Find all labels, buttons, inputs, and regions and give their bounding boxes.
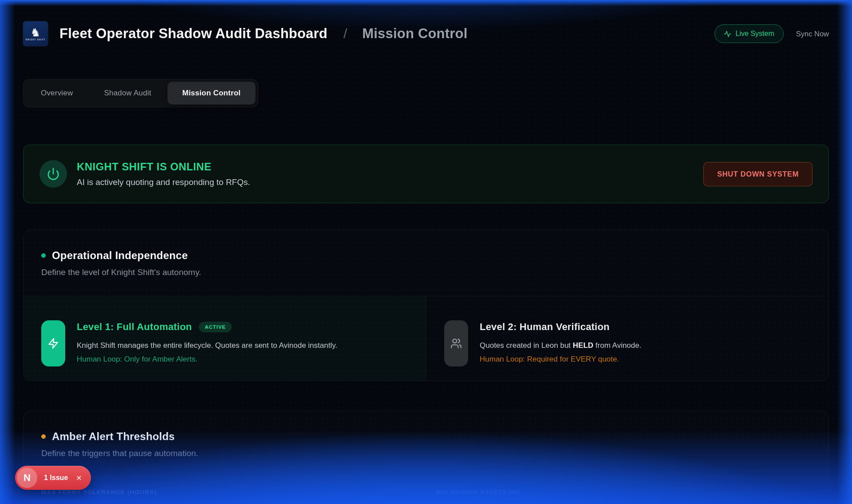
zap-icon — [41, 320, 65, 366]
green-status-dot — [41, 253, 46, 258]
users-icon — [444, 320, 468, 366]
option-description: Knight Shift manages the entire lifecycl… — [77, 341, 337, 350]
option-title: Level 1: Full Automation — [77, 321, 192, 333]
n-logo-icon: N — [17, 468, 37, 488]
live-system-badge[interactable]: Live System — [714, 24, 784, 43]
section-subtitle: Define the level of Knight Shift's auton… — [41, 268, 811, 277]
status-subtitle: AI is actively quoting and responding to… — [77, 177, 250, 187]
amber-status-dot — [41, 434, 46, 439]
header-actions: Live System Sync Now — [714, 24, 829, 43]
section-subtitle: Define the triggers that pause automatio… — [41, 449, 811, 458]
section-amber-alert-thresholds: Amber Alert Thresholds Define the trigge… — [23, 410, 829, 504]
page-title: Mission Control — [362, 26, 467, 42]
header: ♞ KNIGHT SHIFT Fleet Operator Shadow Aud… — [23, 0, 829, 46]
option-level-2-human-verification[interactable]: Level 2: Human Verification Quotes creat… — [426, 296, 828, 381]
issue-count-label: 1 Issue — [44, 474, 68, 482]
tab-shadow-audit[interactable]: Shadow Audit — [89, 82, 166, 104]
live-system-label: Live System — [736, 30, 774, 38]
breadcrumb-separator: / — [343, 26, 347, 41]
sync-now-button[interactable]: Sync Now — [796, 30, 829, 38]
power-icon — [39, 160, 67, 188]
system-status-banner: KNIGHT SHIFT IS ONLINE AI is actively qu… — [23, 145, 829, 203]
page-content: ♞ KNIGHT SHIFT Fleet Operator Shadow Aud… — [0, 0, 852, 504]
option-level-1-full-automation[interactable]: Level 1: Full Automation ACTIVE Knight S… — [24, 296, 426, 381]
knight-icon: ♞ — [30, 27, 40, 38]
breadcrumb: Fleet Operator Shadow Audit Dashboard / … — [59, 26, 468, 42]
human-loop-note: Human Loop: Required for EVERY quote. — [480, 355, 641, 364]
status-title: KNIGHT SHIFT IS ONLINE — [77, 161, 250, 173]
threshold-fields: MAX FERRY TOLERANCE (HOURS) MIN MARGIN S… — [24, 477, 828, 504]
active-badge: ACTIVE — [199, 322, 232, 332]
section-operational-independence: Operational Independence Define the leve… — [23, 229, 829, 381]
section-title: Operational Independence — [52, 249, 188, 262]
logo-caption: KNIGHT SHIFT — [26, 39, 46, 41]
section-title: Amber Alert Thresholds — [52, 430, 175, 443]
app-title: Fleet Operator Shadow Audit Dashboard — [59, 26, 327, 42]
knight-shift-logo: ♞ KNIGHT SHIFT — [23, 21, 48, 46]
section-header: Operational Independence Define the leve… — [24, 230, 828, 296]
field-label-min-margin-safety: MIN MARGIN SAFETY (%) — [426, 489, 811, 496]
close-icon[interactable]: ✕ — [76, 474, 82, 482]
shut-down-system-button[interactable]: SHUT DOWN SYSTEM — [703, 162, 813, 186]
status-texts: KNIGHT SHIFT IS ONLINE AI is actively qu… — [77, 161, 250, 187]
option-title: Level 2: Human Verification — [480, 321, 610, 333]
human-loop-note: Human Loop: Only for Amber Alerts. — [77, 355, 337, 364]
activity-pulse-icon — [724, 30, 731, 38]
tab-mission-control[interactable]: Mission Control — [168, 82, 255, 104]
tab-bar: Overview Shadow Audit Mission Control — [23, 79, 258, 107]
dev-issue-badge[interactable]: N 1 Issue ✕ — [15, 466, 91, 490]
automation-level-options: Level 1: Full Automation ACTIVE Knight S… — [24, 296, 828, 381]
section-header: Amber Alert Thresholds Define the trigge… — [24, 411, 828, 477]
field-label-max-ferry-tolerance: MAX FERRY TOLERANCE (HOURS) — [41, 489, 426, 496]
tab-overview[interactable]: Overview — [26, 82, 87, 104]
option-description: Quotes created in Leon but HELD from Avi… — [480, 341, 641, 350]
